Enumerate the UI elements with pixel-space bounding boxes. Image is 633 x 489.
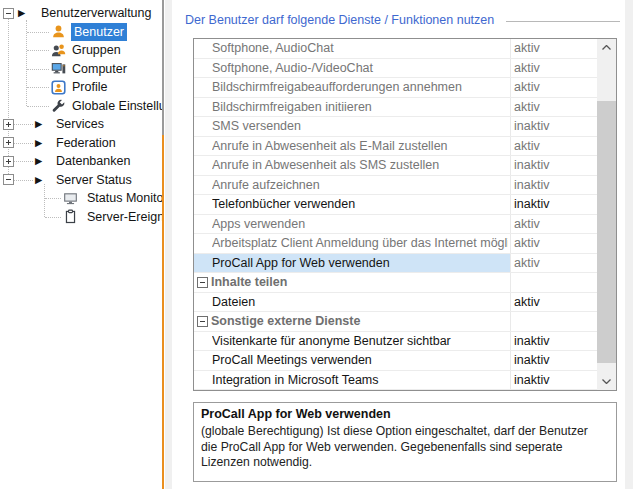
service-label: ProCall Meetings verwenden — [212, 351, 508, 370]
service-status: aktiv — [514, 137, 540, 156]
service-row-dateien[interactable]: Dateienaktiv — [194, 293, 597, 313]
sidebar-item-label: Datenbanken — [56, 152, 130, 171]
navigation-tree: ▶BenutzerverwaltungBenutzerGruppenComput… — [0, 0, 162, 489]
sidebar-item-label: Services — [56, 115, 104, 134]
sidebar-item-label: Globale Einstellung — [72, 97, 162, 116]
sidebar-item-datenbanken[interactable]: ▶Datenbanken — [0, 152, 162, 171]
service-label: Visitenkarte für anonyme Benutzer sichtb… — [212, 332, 508, 351]
pane-gutter — [165, 0, 173, 489]
setting-description-title: ProCall App for Web verwenden — [201, 406, 602, 422]
sidebar-item-gruppen[interactable]: Gruppen — [0, 41, 162, 60]
sidebar-item-label: Benutzerverwaltung — [41, 4, 151, 23]
sidebar-item-label: Server-Ereignisse — [87, 208, 162, 227]
service-label: Anrufe in Abwesenheit als SMS zustellen — [212, 156, 508, 175]
collapse-icon[interactable] — [197, 316, 208, 327]
monitor-icon — [63, 191, 78, 209]
service-group-row-inhalte-teilen[interactable]: Inhalte teilen — [194, 273, 597, 293]
branch-arrow-icon: ▶ — [35, 152, 42, 171]
service-status: aktiv — [514, 98, 540, 117]
service-group-row-sonstige-externe-dienste[interactable]: Sonstige externe Dienste — [194, 312, 597, 332]
sidebar-item-label: Benutzer — [71, 23, 127, 42]
service-row-visitenkarte-fur-anonyme-benutzer-sichtbar[interactable]: Visitenkarte für anonyme Benutzer sichtb… — [194, 332, 597, 352]
service-row-softphone-audiochat[interactable]: Softphone, AudioChataktiv — [194, 39, 597, 59]
profile-icon — [51, 80, 66, 98]
scroll-down-icon[interactable] — [597, 373, 616, 390]
service-label: Inhalte teilen — [211, 273, 507, 292]
service-status: aktiv — [514, 78, 540, 97]
service-row-anrufe-in-abwesenheit-als-e-mail-zustellen[interactable]: Anrufe in Abwesenheit als E-Mail zustell… — [194, 137, 597, 157]
events-icon — [63, 209, 78, 227]
service-status: inaktiv — [514, 195, 549, 214]
sidebar-item-computer[interactable]: Computer — [0, 60, 162, 79]
branch-arrow-icon: ▶ — [35, 171, 42, 190]
service-label: Apps verwenden — [212, 215, 508, 234]
sidebar-item-globale-einstellung[interactable]: Globale Einstellung — [0, 97, 162, 116]
sidebar-item-services[interactable]: ▶Services — [0, 115, 162, 134]
service-label: Dateien — [212, 293, 508, 312]
branch-arrow-icon: ▶ — [35, 134, 42, 153]
service-status: inaktiv — [514, 117, 549, 136]
collapse-icon[interactable] — [197, 277, 208, 288]
service-status: aktiv — [514, 234, 540, 253]
service-status: aktiv — [514, 59, 540, 78]
sidebar-item-federation[interactable]: ▶Federation — [0, 134, 162, 153]
sidebar-item-benutzerverwaltung[interactable]: ▶Benutzerverwaltung — [0, 4, 162, 23]
service-row-bildschirmfreigabeaufforderungen-annehmen[interactable]: Bildschirmfreigabeaufforderungen annehme… — [194, 78, 597, 98]
service-status: inaktiv — [514, 156, 549, 175]
service-row-integration-in-microsoft-teams[interactable]: Integration in Microsoft Teamsinaktiv — [194, 371, 597, 391]
sidebar-item-label: Server Status — [56, 171, 132, 190]
scrollbar-thumb[interactable] — [597, 101, 616, 363]
service-status: aktiv — [514, 215, 540, 234]
sidebar-item-benutzer[interactable]: Benutzer — [0, 23, 162, 42]
service-status: inaktiv — [514, 351, 549, 370]
user-icon — [51, 24, 66, 42]
service-label: Softphone, Audio-/VideoChat — [212, 59, 508, 78]
service-label: Telefonbücher verwenden — [212, 195, 508, 214]
sidebar-item-label: Federation — [56, 134, 116, 153]
service-label: Bildschirmfreigabeaufforderungen annehme… — [212, 78, 508, 97]
branch-arrow-icon: ▶ — [35, 115, 42, 134]
service-label: Arbeitsplatz Client Anmeldung über das I… — [212, 234, 508, 253]
service-label: Anrufe aufzeichnen — [212, 176, 508, 195]
service-label: ProCall App for Web verwenden — [212, 254, 508, 273]
service-row-bildschirmfreigaben-initiieren[interactable]: Bildschirmfreigaben initiierenaktiv — [194, 98, 597, 118]
service-status: aktiv — [514, 39, 540, 58]
setting-description-box: ProCall App for Web verwenden (globale B… — [193, 402, 617, 482]
branch-arrow-icon: ▶ — [18, 4, 25, 23]
group-icon — [51, 43, 66, 61]
service-row-sms-versenden[interactable]: SMS versendeninaktiv — [194, 117, 597, 137]
service-status: inaktiv — [514, 371, 549, 390]
service-label: Anrufe in Abwesenheit als E-Mail zustell… — [212, 137, 508, 156]
service-label: Softphone, AudioChat — [212, 39, 508, 58]
expand-icon[interactable] — [3, 137, 14, 148]
sidebar-item-status-monitor[interactable]: Status Monitor — [0, 189, 162, 208]
service-row-telefonbucher-verwenden[interactable]: Telefonbücher verwendeninaktiv — [194, 195, 597, 215]
service-row-apps-verwenden[interactable]: Apps verwendenaktiv — [194, 215, 597, 235]
sidebar-item-label: Gruppen — [72, 41, 121, 60]
window-edge-strip — [625, 0, 633, 489]
service-row-softphone-audio-videochat[interactable]: Softphone, Audio-/VideoChataktiv — [194, 59, 597, 79]
sidebar-item-label: Computer — [72, 60, 127, 79]
sidebar-item-profile[interactable]: Profile — [0, 78, 162, 97]
collapse-icon[interactable] — [3, 8, 14, 19]
vertical-scrollbar[interactable] — [597, 39, 616, 390]
sidebar-item-label: Status Monitor — [87, 189, 162, 208]
collapse-icon[interactable] — [3, 174, 14, 185]
sidebar-item-server-ereignisse[interactable]: Server-Ereignisse — [0, 208, 162, 227]
service-status: inaktiv — [514, 176, 549, 195]
expand-icon[interactable] — [3, 156, 14, 167]
wrench-icon — [51, 98, 66, 116]
service-row-arbeitsplatz-client-anmeldung-uber-das-internet-moglich[interactable]: Arbeitsplatz Client Anmeldung über das I… — [194, 234, 597, 254]
service-label: Sonstige externe Dienste — [211, 312, 507, 331]
service-label: SMS versenden — [212, 117, 508, 136]
pane-splitter-top — [162, 0, 164, 135]
service-row-procall-app-for-web-verwenden[interactable]: ProCall App for Web verwendenaktiv — [194, 254, 597, 274]
service-row-procall-meetings-verwenden[interactable]: ProCall Meetings verwendeninaktiv — [194, 351, 597, 371]
expand-icon[interactable] — [3, 119, 14, 130]
service-status: aktiv — [514, 254, 540, 273]
sidebar-item-server-status[interactable]: ▶Server Status — [0, 171, 162, 190]
service-row-anrufe-aufzeichnen[interactable]: Anrufe aufzeichneninaktiv — [194, 176, 597, 196]
scroll-up-icon[interactable] — [597, 39, 616, 56]
service-row-anrufe-in-abwesenheit-als-sms-zustellen[interactable]: Anrufe in Abwesenheit als SMS zustelleni… — [194, 156, 597, 176]
setting-description-text: (globale Berechtigung) Ist diese Option … — [201, 424, 602, 471]
